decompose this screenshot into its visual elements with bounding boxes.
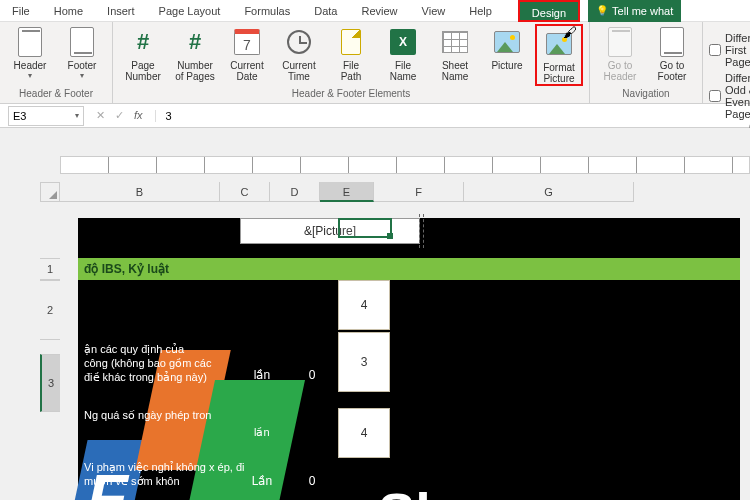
group-options: Different First Page Different Odd & Eve… xyxy=(703,22,750,103)
text-block-2: Ng quá số ngày phép tron xyxy=(84,408,254,422)
footer-button[interactable]: Footer ▾ xyxy=(58,24,106,80)
cell-c2: lần xyxy=(238,354,286,396)
cell-e3: 4 xyxy=(338,408,390,458)
formula-bar: E3 ✕ ✓ fx 3 xyxy=(0,104,750,128)
tab-insert[interactable]: Insert xyxy=(95,0,147,22)
first-page-input[interactable] xyxy=(709,44,721,56)
picture-button[interactable]: Picture xyxy=(483,24,531,86)
row-headers: 1 2 3 xyxy=(40,258,60,412)
tab-design[interactable]: Design xyxy=(518,0,580,22)
date-label: Current Date xyxy=(230,60,263,82)
footer-icon xyxy=(66,26,98,58)
page-number-button[interactable]: # Page Number xyxy=(119,24,167,86)
header-button[interactable]: Header ▾ xyxy=(6,24,54,80)
sheet-name-button[interactable]: Sheet Name xyxy=(431,24,479,86)
text-block-3: Vi phạm việc nghỉ không x ép, đi muộn về… xyxy=(84,460,264,488)
name-box[interactable]: E3 xyxy=(8,106,84,126)
tell-me-search[interactable]: Tell me what xyxy=(588,0,681,22)
go-header-icon xyxy=(604,26,636,58)
header-icon xyxy=(14,26,46,58)
col-e[interactable]: E xyxy=(320,182,374,202)
horizontal-ruler xyxy=(60,156,750,174)
text-block-1: ận các quy định của công (không bao gồm … xyxy=(84,342,254,384)
tab-review[interactable]: Review xyxy=(349,0,409,22)
format-picture-button[interactable]: 🖌 Format Picture xyxy=(535,24,583,86)
formula-value[interactable]: 3 xyxy=(155,110,172,122)
enter-icon: ✓ xyxy=(115,109,124,122)
picture-icon xyxy=(491,26,523,58)
col-d[interactable]: D xyxy=(270,182,320,202)
tab-help[interactable]: Help xyxy=(457,0,504,22)
col-f[interactable]: F xyxy=(374,182,464,202)
go-to-footer-button[interactable]: Go to Footer xyxy=(648,24,696,82)
tab-page-layout[interactable]: Page Layout xyxy=(147,0,233,22)
sheet-name-icon xyxy=(439,26,471,58)
footer-label: Footer xyxy=(68,60,97,71)
current-time-button[interactable]: Current Time xyxy=(275,24,323,86)
row-2[interactable]: 2 xyxy=(40,280,60,340)
worksheet-area: B C D E F G 1 2 3 &[Picture] độ IBS, Kỷ … xyxy=(0,128,750,500)
group-label-elem: Header & Footer Elements xyxy=(119,88,583,101)
header-placeholder[interactable]: &[Picture] xyxy=(240,218,420,244)
row-1[interactable]: 1 xyxy=(40,258,60,280)
page-number-label: Page Number xyxy=(125,60,161,82)
cell-e2: 3 xyxy=(338,332,390,392)
file-name-button[interactable]: X File Name xyxy=(379,24,427,86)
group-header-footer: Header ▾ Footer ▾ Header & Footer xyxy=(0,22,113,103)
cancel-icon: ✕ xyxy=(96,109,105,122)
go-footer-icon xyxy=(656,26,688,58)
tab-data[interactable]: Data xyxy=(302,0,349,22)
tab-view[interactable]: View xyxy=(410,0,458,22)
picture-label: Picture xyxy=(491,60,522,71)
file-name-icon: X xyxy=(387,26,419,58)
time-label: Current Time xyxy=(282,60,315,82)
row-3[interactable]: 3 xyxy=(40,354,60,412)
header-label: Header xyxy=(14,60,47,71)
cell-e1: 4 xyxy=(338,280,390,330)
active-cell[interactable] xyxy=(338,218,392,238)
cell-d4: 0 xyxy=(288,470,336,492)
format-picture-label: Format Picture xyxy=(543,62,575,84)
col-b[interactable]: B xyxy=(60,182,220,202)
odd-even-label: Different Odd & Even Page xyxy=(725,72,750,120)
ribbon: Header ▾ Footer ▾ Header & Footer # Page… xyxy=(0,22,750,104)
cell-d2: 0 xyxy=(288,354,336,396)
file-name-label: File Name xyxy=(390,60,417,82)
tab-bar: File Home Insert Page Layout Formulas Da… xyxy=(0,0,750,22)
col-g[interactable]: G xyxy=(464,182,634,202)
cell-c3b: lần xyxy=(254,425,270,439)
watermark-text: Shon xyxy=(378,480,518,500)
sheet-content[interactable]: &[Picture] độ IBS, Kỷ luật F Shon ận các… xyxy=(78,218,740,500)
number-pages-label: Number of Pages xyxy=(175,60,214,82)
go-footer-label: Go to Footer xyxy=(658,60,687,82)
sheet-name-label: Sheet Name xyxy=(442,60,469,82)
format-picture-icon: 🖌 xyxy=(543,28,575,60)
go-header-label: Go to Header xyxy=(604,60,637,82)
column-headers: B C D E F G xyxy=(60,182,750,202)
file-path-icon xyxy=(335,26,367,58)
file-path-button[interactable]: File Path xyxy=(327,24,375,86)
group-elements: # Page Number # Number of Pages Current … xyxy=(113,22,590,103)
first-page-label: Different First Page xyxy=(725,32,750,68)
formula-controls: ✕ ✓ fx xyxy=(84,109,155,122)
cell-c4: Lần xyxy=(238,470,286,492)
fx-icon[interactable]: fx xyxy=(134,109,143,122)
col-c[interactable]: C xyxy=(220,182,270,202)
tab-home[interactable]: Home xyxy=(42,0,95,22)
date-icon xyxy=(231,26,263,58)
different-first-page-checkbox[interactable]: Different First Page xyxy=(709,30,750,70)
group-navigation: Go to Header Go to Footer Navigation xyxy=(590,22,703,103)
tab-file[interactable]: File xyxy=(0,0,42,22)
odd-even-input[interactable] xyxy=(709,90,721,102)
select-all-triangle[interactable] xyxy=(40,182,60,202)
group-label-hf: Header & Footer xyxy=(6,88,106,101)
different-odd-even-checkbox[interactable]: Different Odd & Even Page xyxy=(709,70,750,122)
tab-formulas[interactable]: Formulas xyxy=(232,0,302,22)
number-of-pages-button[interactable]: # Number of Pages xyxy=(171,24,219,86)
current-date-button[interactable]: Current Date xyxy=(223,24,271,86)
page-number-icon: # xyxy=(127,26,159,58)
file-path-label: File Path xyxy=(341,60,362,82)
group-label-nav: Navigation xyxy=(596,88,696,101)
number-pages-icon: # xyxy=(179,26,211,58)
title-row: độ IBS, Kỷ luật xyxy=(78,258,740,280)
